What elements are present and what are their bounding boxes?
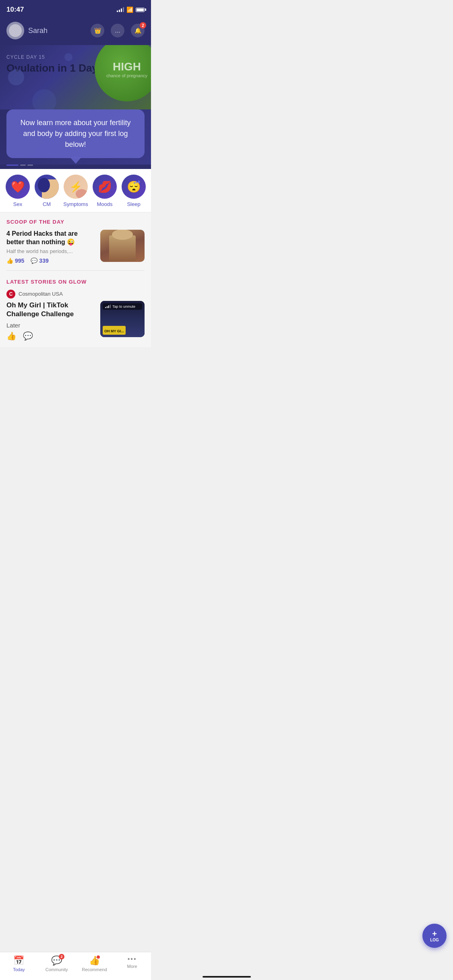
story-text: Oh My Girl | TikTok Challenge Challenge …: [6, 301, 95, 341]
tooltip-text: Now learn more about your fertility and …: [20, 119, 130, 148]
story-like-icon[interactable]: 👍: [6, 331, 17, 341]
comment-icon: 💬: [31, 257, 37, 264]
status-bar: 10:47 📶: [0, 0, 151, 18]
article-title: 4 Period Hacks that are better than noth…: [6, 230, 95, 247]
stories-section: LATEST STORIES ON GLOW C Cosmopolitan US…: [6, 279, 145, 341]
wifi-icon: 📶: [126, 6, 133, 13]
log-item-cm[interactable]: CM: [32, 175, 61, 207]
log-item-sleep[interactable]: 😴 Sleep: [119, 175, 148, 207]
divider: [6, 270, 145, 271]
video-thumbnail[interactable]: Tap to unmute OH MY GI...: [100, 301, 145, 337]
avatar[interactable]: [6, 22, 24, 39]
source-name: Cosmopolitan USA: [19, 291, 63, 297]
sleep-label: Sleep: [127, 201, 140, 207]
article-image: [100, 230, 145, 262]
cm-icon: [35, 175, 59, 199]
battery-icon: [136, 8, 145, 12]
cosmo-logo: C: [6, 290, 15, 299]
symptoms-icon: ⚡: [64, 175, 88, 199]
story-actions: 👍 💬: [6, 331, 95, 341]
story-comment-icon[interactable]: 💬: [23, 331, 33, 341]
scroll-indicator: [0, 165, 151, 169]
tap-unmute-text: Tap to unmute: [112, 305, 135, 309]
header: Sarah 👑 … 🔔 2: [0, 18, 151, 45]
stories-title: LATEST STORIES ON GLOW: [6, 279, 145, 285]
fertility-subtext: chance of pregnancy: [106, 73, 147, 78]
content-area: SCOOP OF THE DAY 4 Period Hacks that are…: [0, 212, 151, 347]
likes-stat: 👍 995: [6, 257, 24, 264]
log-item-symptoms[interactable]: ⚡ Symptoms: [61, 175, 90, 207]
scroll-dot-1: [20, 165, 26, 166]
fertility-level: HIGH: [113, 60, 141, 73]
scoop-section: SCOOP OF THE DAY 4 Period Hacks that are…: [6, 219, 145, 264]
signal-icon: [117, 7, 124, 12]
sex-label: Sex: [13, 201, 22, 207]
tooltip: Now learn more about your fertility and …: [6, 109, 145, 158]
notification-icon[interactable]: 🔔 2: [131, 24, 145, 37]
likes-count: 995: [15, 257, 24, 264]
comments-count: 339: [39, 257, 48, 264]
article-text: 4 Period Hacks that are better than noth…: [6, 230, 95, 264]
cm-label: CM: [43, 201, 51, 207]
scroll-dot-active: [6, 165, 19, 166]
hero-section: CYCLE DAY 15 Ovulation in 1 Day HIGH cha…: [0, 45, 151, 109]
source-row: C Cosmopolitan USA: [6, 290, 145, 299]
log-strip: ❤️ Sex CM ⚡ Symptoms 💋 Moods 😴 Sleep: [0, 169, 151, 212]
status-icons: 📶: [117, 6, 145, 13]
scroll-dot-2: [27, 165, 33, 166]
thumbs-up-icon: 👍: [6, 257, 13, 264]
user-name: Sarah: [28, 27, 87, 35]
tooltip-container: Now learn more about your fertility and …: [0, 109, 151, 165]
video-signal-icon: [105, 305, 111, 308]
stories-card[interactable]: Oh My Girl | TikTok Challenge Challenge …: [6, 301, 145, 341]
article-card[interactable]: 4 Period Hacks that are better than noth…: [6, 230, 145, 264]
header-icons: 👑 … 🔔 2: [91, 24, 145, 37]
moods-icon: 💋: [93, 175, 117, 199]
video-label: OH MY GI...: [103, 326, 126, 335]
moods-label: Moods: [97, 201, 112, 207]
fertility-indicator: HIGH chance of pregnancy: [95, 45, 151, 101]
sleep-icon: 😴: [122, 175, 146, 199]
video-overlay: Tap to unmute: [103, 303, 142, 310]
article-snippet: Half the world has periods,...: [6, 248, 95, 254]
log-item-moods[interactable]: 💋 Moods: [90, 175, 119, 207]
premium-icon[interactable]: 👑: [91, 24, 104, 37]
symptoms-label: Symptoms: [63, 201, 88, 207]
later-text: Later: [6, 322, 95, 329]
status-time: 10:47: [6, 6, 24, 14]
comments-stat: 💬 339: [31, 257, 48, 264]
cosmo-initial: C: [9, 291, 13, 297]
chat-icon[interactable]: …: [111, 24, 124, 37]
sex-icon: ❤️: [6, 175, 30, 199]
cycle-day: CYCLE DAY 15: [6, 54, 45, 60]
log-item-sex[interactable]: ❤️ Sex: [3, 175, 32, 207]
article-stats: 👍 995 💬 339: [6, 257, 95, 264]
notification-badge: 2: [140, 22, 146, 29]
story-title: Oh My Girl | TikTok Challenge Challenge: [6, 301, 95, 319]
scoop-title: SCOOP OF THE DAY: [6, 219, 145, 225]
